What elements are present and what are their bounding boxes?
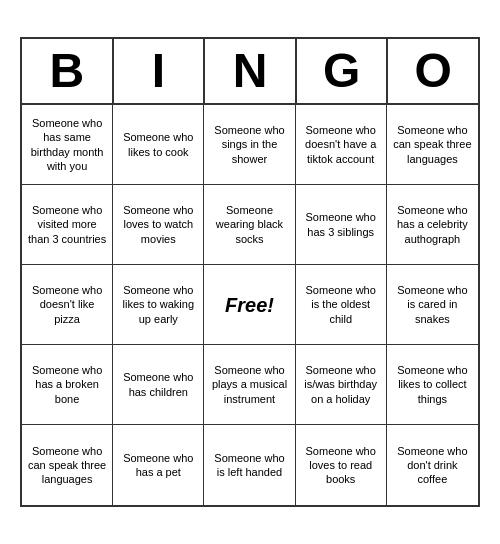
bingo-letter-O: O <box>388 39 478 103</box>
bingo-cell-24[interactable]: Someone who don't drink coffee <box>387 425 478 505</box>
bingo-cell-13[interactable]: Someone who is the oldest child <box>296 265 387 345</box>
bingo-cell-20[interactable]: Someone who can speak three languages <box>22 425 113 505</box>
bingo-cell-8[interactable]: Someone who has 3 siblings <box>296 185 387 265</box>
free-cell[interactable]: Free! <box>204 265 295 345</box>
bingo-cell-22[interactable]: Someone who is left handed <box>204 425 295 505</box>
bingo-cell-21[interactable]: Someone who has a pet <box>113 425 204 505</box>
bingo-cell-23[interactable]: Someone who loves to read books <box>296 425 387 505</box>
bingo-cell-0[interactable]: Someone who has same birthday month with… <box>22 105 113 185</box>
bingo-cell-16[interactable]: Someone who has children <box>113 345 204 425</box>
bingo-cell-11[interactable]: Someone who likes to waking up early <box>113 265 204 345</box>
bingo-letter-G: G <box>297 39 389 103</box>
bingo-letter-N: N <box>205 39 297 103</box>
bingo-cell-9[interactable]: Someone who has a celebrity authograph <box>387 185 478 265</box>
bingo-cell-2[interactable]: Someone who sings in the shower <box>204 105 295 185</box>
bingo-cell-3[interactable]: Someone who doesn't have a tiktok accoun… <box>296 105 387 185</box>
bingo-cell-15[interactable]: Someone who has a broken bone <box>22 345 113 425</box>
bingo-grid: Someone who has same birthday month with… <box>22 105 478 505</box>
bingo-cell-1[interactable]: Someone who likes to cook <box>113 105 204 185</box>
bingo-cell-19[interactable]: Someone who likes to collect things <box>387 345 478 425</box>
bingo-cell-14[interactable]: Someone who is cared in snakes <box>387 265 478 345</box>
bingo-cell-6[interactable]: Someone who loves to watch movies <box>113 185 204 265</box>
bingo-cell-18[interactable]: Someone who is/was birthday on a holiday <box>296 345 387 425</box>
bingo-cell-7[interactable]: Someone wearing black socks <box>204 185 295 265</box>
bingo-cell-4[interactable]: Someone who can speak three languages <box>387 105 478 185</box>
bingo-letter-B: B <box>22 39 114 103</box>
bingo-cell-17[interactable]: Someone who plays a musical instrument <box>204 345 295 425</box>
bingo-cell-5[interactable]: Someone who visited more than 3 countrie… <box>22 185 113 265</box>
bingo-card: BINGO Someone who has same birthday mont… <box>20 37 480 507</box>
bingo-cell-10[interactable]: Someone who doesn't like pizza <box>22 265 113 345</box>
bingo-header: BINGO <box>22 39 478 105</box>
bingo-letter-I: I <box>114 39 206 103</box>
